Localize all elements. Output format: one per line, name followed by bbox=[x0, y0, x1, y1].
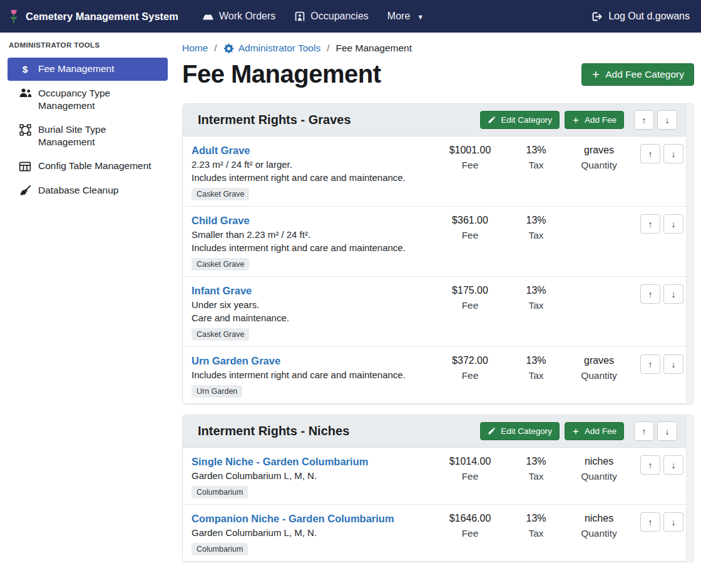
fee-up-button[interactable]: ↑ bbox=[640, 354, 660, 374]
fee-tag: Casket Grave bbox=[192, 188, 249, 200]
fee-amount: $1001.00 bbox=[432, 145, 508, 157]
fee-quantity-label: Quantity bbox=[565, 370, 633, 381]
sidebar-item-burial-site-type-management[interactable]: Burial Site Type Management bbox=[8, 118, 168, 153]
fee-up-button[interactable]: ↑ bbox=[640, 214, 660, 234]
fee-tax-col: 13% Tax bbox=[513, 284, 560, 311]
fee-amount: $361.00 bbox=[432, 215, 508, 227]
sidebar-item-label: Database Cleanup bbox=[38, 184, 118, 197]
fee-tax-label: Tax bbox=[513, 370, 560, 381]
category-actions: Edit Category Add Fee ↑ ↓ bbox=[480, 421, 677, 441]
page-header: Fee Management Add Fee Category bbox=[182, 60, 694, 88]
add-fee-button[interactable]: Add Fee bbox=[565, 422, 624, 440]
fee-row-adult-grave: Adult Grave 2.23 m² / 24 ft² or larger. … bbox=[183, 137, 693, 207]
fee-amount-label: Fee bbox=[432, 230, 508, 241]
edit-category-button[interactable]: Edit Category bbox=[480, 111, 560, 129]
fee-name-link[interactable]: Child Grave bbox=[192, 214, 250, 227]
category-up-button[interactable]: ↑ bbox=[634, 421, 654, 441]
fee-quantity-col bbox=[565, 284, 633, 285]
fee-amount-col: $1014.00 Fee bbox=[432, 455, 508, 482]
sidebar-item-database-cleanup[interactable]: Database Cleanup bbox=[8, 179, 168, 202]
fee-down-button[interactable]: ↓ bbox=[663, 284, 683, 304]
nav-work-orders[interactable]: Work Orders bbox=[202, 11, 275, 23]
pencil-icon bbox=[488, 116, 496, 124]
nav-work-orders-label: Work Orders bbox=[219, 11, 275, 22]
fee-tag: Columbarium bbox=[192, 543, 248, 555]
fee-reorder-group: ↑ ↓ bbox=[640, 512, 683, 532]
breadcrumb-admin-label: Administrator Tools bbox=[238, 43, 321, 54]
fee-tax-label: Tax bbox=[513, 230, 560, 241]
fee-description: Smaller than 2.23 m² / 24 ft². bbox=[192, 228, 427, 241]
card-scrollbar[interactable] bbox=[686, 104, 693, 404]
category-down-button[interactable]: ↓ bbox=[657, 421, 677, 441]
nav-occupancies[interactable]: Occupancies bbox=[294, 11, 369, 22]
breadcrumb-administrator-tools[interactable]: Administrator Tools bbox=[223, 43, 321, 54]
sidebar-item-label: Occupancy Type Management bbox=[38, 87, 161, 112]
fee-tax: 13% bbox=[513, 285, 560, 297]
fee-quantity-col: graves Quantity bbox=[565, 354, 633, 381]
fee-amount: $372.00 bbox=[432, 355, 508, 367]
fee-quantity-label: Quantity bbox=[565, 471, 633, 482]
breadcrumb-home[interactable]: Home bbox=[182, 43, 208, 54]
hard-hat-icon bbox=[202, 11, 214, 23]
fee-up-button[interactable]: ↑ bbox=[640, 144, 660, 163]
dollar-icon: $ bbox=[18, 63, 32, 76]
app-brand[interactable]: Cemetery Management System bbox=[8, 8, 178, 24]
arrow-down-icon: ↓ bbox=[672, 517, 676, 527]
fee-reorder-group: ↑ ↓ bbox=[640, 144, 683, 163]
sidebar-item-config-table-management[interactable]: Config Table Management bbox=[8, 155, 168, 178]
add-fee-category-button[interactable]: Add Fee Category bbox=[581, 63, 694, 86]
fee-down-button[interactable]: ↓ bbox=[663, 455, 683, 475]
nav-more[interactable]: More ▼ bbox=[387, 11, 424, 22]
add-fee-category-label: Add Fee Category bbox=[605, 69, 684, 80]
fee-down-button[interactable]: ↓ bbox=[663, 512, 683, 532]
fee-row-single-niche: Single Niche - Garden Columbarium Garden… bbox=[183, 448, 693, 505]
fee-quantity-col: niches Quantity bbox=[565, 455, 633, 482]
fee-quantity: graves bbox=[565, 355, 633, 367]
fee-up-button[interactable]: ↑ bbox=[640, 512, 660, 532]
breadcrumb-separator: / bbox=[214, 43, 217, 54]
fee-tax-label: Tax bbox=[513, 300, 560, 311]
fee-quantity-label: Quantity bbox=[565, 528, 633, 539]
add-fee-button[interactable]: Add Fee bbox=[565, 111, 624, 129]
fee-tax-col: 13% Tax bbox=[513, 214, 560, 241]
main-content: Home / Administrator Tools / Fee Managem… bbox=[175, 33, 701, 562]
fee-name-link[interactable]: Infant Grave bbox=[192, 284, 252, 297]
fee-name-link[interactable]: Urn Garden Grave bbox=[192, 354, 280, 367]
fee-amount-label: Fee bbox=[432, 370, 508, 381]
fee-down-button[interactable]: ↓ bbox=[663, 144, 683, 163]
fee-tax: 13% bbox=[513, 215, 560, 227]
fee-up-button[interactable]: ↑ bbox=[640, 284, 660, 304]
logout-link[interactable]: Log Out d.gowans bbox=[591, 11, 690, 23]
fee-amount-col: $175.00 Fee bbox=[432, 284, 508, 311]
arrow-up-icon: ↑ bbox=[648, 517, 653, 527]
sidebar-item-occupancy-type-management[interactable]: Occupancy Type Management bbox=[8, 82, 168, 117]
fee-tag: Casket Grave bbox=[192, 258, 249, 271]
fee-name-link[interactable]: Adult Grave bbox=[192, 144, 250, 157]
fee-down-button[interactable]: ↓ bbox=[663, 354, 683, 374]
card-scrollbar[interactable] bbox=[686, 415, 693, 562]
category-down-button[interactable]: ↓ bbox=[657, 110, 677, 130]
sidebar-item-label: Config Table Management bbox=[38, 160, 151, 172]
fee-name-link[interactable]: Companion Niche - Garden Columbarium bbox=[192, 512, 394, 525]
gear-icon bbox=[223, 43, 234, 54]
fee-name-link[interactable]: Single Niche - Garden Columbarium bbox=[192, 455, 368, 468]
edit-category-button[interactable]: Edit Category bbox=[480, 422, 560, 440]
fee-tax-label: Tax bbox=[513, 471, 560, 482]
fee-row-companion-niche: Companion Niche - Garden Columbarium Gar… bbox=[183, 505, 693, 562]
fee-amount-label: Fee bbox=[432, 300, 508, 311]
navbar-links: Work Orders Occupancies More ▼ bbox=[183, 11, 424, 23]
fee-down-button[interactable]: ↓ bbox=[663, 214, 683, 234]
fee-amount-label: Fee bbox=[432, 471, 508, 482]
arrow-up-icon: ↑ bbox=[648, 460, 653, 470]
breadcrumb-separator: / bbox=[327, 43, 329, 54]
arrow-down-icon: ↓ bbox=[665, 426, 670, 436]
fee-quantity: niches bbox=[565, 513, 633, 525]
fee-reorder-group: ↑ ↓ bbox=[640, 455, 683, 475]
table-icon bbox=[18, 160, 32, 173]
nav-occupancies-label: Occupancies bbox=[310, 11, 369, 22]
category-up-button[interactable]: ↑ bbox=[634, 110, 654, 130]
arrow-up-icon: ↑ bbox=[648, 149, 653, 159]
sidebar-item-fee-management[interactable]: $ Fee Management bbox=[8, 58, 168, 81]
fee-up-button[interactable]: ↑ bbox=[640, 455, 660, 475]
breadcrumb-current: Fee Management bbox=[336, 43, 412, 54]
